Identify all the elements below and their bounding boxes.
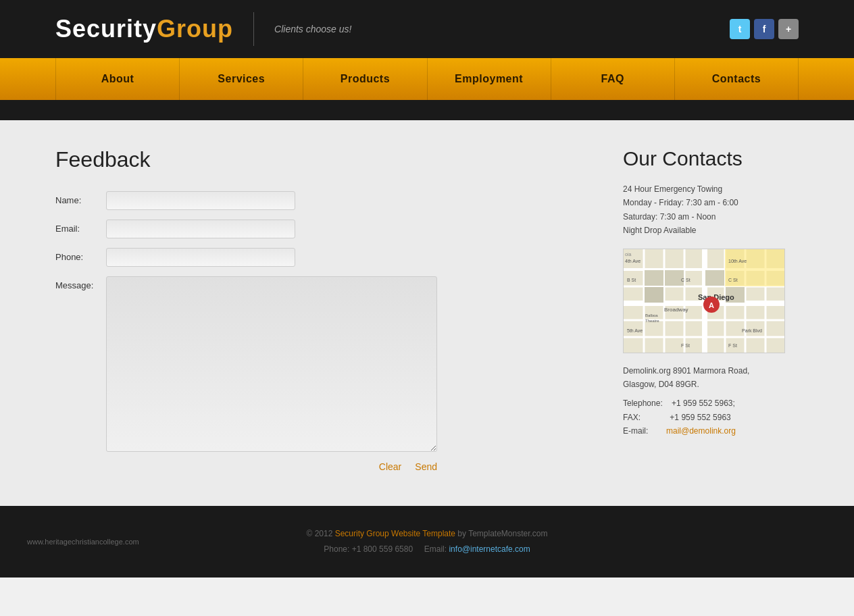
nav-list: About Services Products Employment FAQ C… (55, 58, 799, 100)
contact-line4: Night Drop Available (623, 224, 799, 237)
svg-rect-14 (645, 270, 663, 286)
email-label: Email: (55, 220, 106, 234)
email-input[interactable] (106, 220, 295, 238)
feedback-section: Feedback Name: Email: Phone: Message: (55, 147, 589, 472)
email-row: Email: (55, 220, 589, 238)
svg-text:Park Blvd: Park Blvd (742, 328, 762, 333)
nav-link-employment[interactable]: Employment (428, 58, 551, 100)
send-button[interactable]: Send (415, 461, 437, 472)
contact-line2: Monday - Friday: 7:30 am - 6:00 (623, 196, 799, 209)
twitter-icon[interactable]: t (730, 19, 750, 39)
nav-item-faq[interactable]: FAQ (551, 58, 675, 100)
footer-phone: Phone: +1 800 559 6580 (324, 544, 413, 554)
svg-text:4th Ave: 4th Ave (625, 259, 640, 263)
footer: www.heritagechristiancollege.com © 2012 … (0, 506, 854, 578)
contacts-section: Our Contacts 24 Hour Emergency Towing Mo… (623, 147, 799, 472)
nav-bar: About Services Products Employment FAQ C… (0, 58, 854, 100)
svg-rect-17 (705, 270, 724, 286)
svg-text:10th Ave: 10th Ave (728, 259, 747, 263)
message-row: Message: (55, 276, 589, 452)
tagline: Clients choose us! (274, 24, 351, 34)
header-divider (253, 12, 254, 46)
email-row: E-mail: mail@demolink.org (623, 424, 799, 438)
feedback-title: Feedback (55, 147, 589, 172)
address-line1: Demolink.org 8901 Marmora Road, (623, 364, 799, 378)
svg-text:oia: oia (625, 252, 631, 257)
form-actions: Clear Send (55, 461, 437, 472)
footer-template-link[interactable]: Security Group Website Template (335, 529, 455, 538)
svg-text:5th Ave: 5th Ave (627, 328, 643, 333)
nav-link-products[interactable]: Products (303, 58, 426, 100)
footer-copyright: © 2012 (306, 529, 332, 538)
nav-link-faq[interactable]: FAQ (551, 58, 674, 100)
svg-text:Theatre: Theatre (645, 319, 659, 323)
nav-link-services[interactable]: Services (180, 58, 303, 100)
contacts-title: Our Contacts (623, 147, 799, 170)
svg-text:A: A (709, 301, 714, 309)
message-label: Message: (55, 276, 106, 290)
name-input[interactable] (106, 191, 295, 210)
logo: SecurityGroup (55, 15, 233, 43)
svg-text:Broadway: Broadway (664, 307, 688, 313)
logo-group: Group (157, 15, 233, 43)
footer-url: www.heritagechristiancollege.com (27, 538, 139, 546)
nav-link-contacts[interactable]: Contacts (675, 58, 798, 100)
feedback-form: Name: Email: Phone: Message: Clear (55, 191, 589, 472)
fax-label: FAX: (623, 413, 640, 422)
svg-text:F St: F St (728, 343, 737, 348)
social-icons: t f + (730, 19, 799, 39)
svg-text:C St: C St (681, 278, 690, 282)
phone-label: Phone: (55, 248, 106, 262)
nav-link-about[interactable]: About (56, 58, 179, 100)
svg-text:Balboa: Balboa (645, 313, 658, 317)
svg-rect-16 (645, 287, 663, 303)
nav-item-services[interactable]: Services (180, 58, 303, 100)
telephone-value: +1 959 552 5963; (672, 399, 735, 408)
clear-button[interactable]: Clear (379, 461, 401, 472)
fax-value: +1 959 552 5963 (670, 413, 730, 422)
phone-row: Phone: (55, 248, 589, 267)
fax-row: FAX: +1 959 552 5963 (623, 411, 799, 424)
nav-item-products[interactable]: Products (303, 58, 427, 100)
nav-item-employment[interactable]: Employment (428, 58, 551, 100)
svg-text:F St: F St (681, 343, 690, 348)
address-line2: Glasgow, D04 89GR. (623, 378, 799, 391)
dark-band (0, 100, 854, 120)
contact-email-link[interactable]: mail@demolink.org (666, 426, 736, 436)
facebook-icon[interactable]: f (754, 19, 774, 39)
svg-text:B St: B St (627, 278, 636, 282)
svg-text:C St: C St (728, 278, 738, 282)
name-label: Name: (55, 191, 106, 205)
nav-item-contacts[interactable]: Contacts (675, 58, 799, 100)
phone-input[interactable] (106, 248, 295, 267)
plus-icon[interactable]: + (778, 19, 799, 39)
footer-by: by TemplateMonster.com (457, 529, 547, 538)
contact-line1: 24 Hour Emergency Towing (623, 182, 799, 196)
logo-security: Security (55, 15, 157, 43)
contact-email-label: E-mail: (623, 426, 648, 436)
contact-info: 24 Hour Emergency Towing Monday - Friday… (623, 182, 799, 238)
nav-item-about[interactable]: About (55, 58, 180, 100)
contact-line3: Saturday: 7:30 am - Noon (623, 210, 799, 224)
telephone-row: Telephone: +1 959 552 5963; (623, 396, 799, 410)
address-block: Demolink.org 8901 Marmora Road, Glasgow,… (623, 364, 799, 438)
message-textarea[interactable] (106, 276, 437, 452)
main-content: Feedback Name: Email: Phone: Message: (0, 120, 854, 506)
footer-email-text: Email: (424, 544, 447, 554)
telephone-label: Telephone: (623, 399, 663, 408)
map-image: Broadway San Diego Balboa Theatre A 4th … (623, 249, 785, 353)
header: SecurityGroup Clients choose us! t f + (0, 0, 854, 58)
name-row: Name: (55, 191, 589, 210)
footer-email-link[interactable]: info@internetcafe.com (449, 544, 530, 554)
